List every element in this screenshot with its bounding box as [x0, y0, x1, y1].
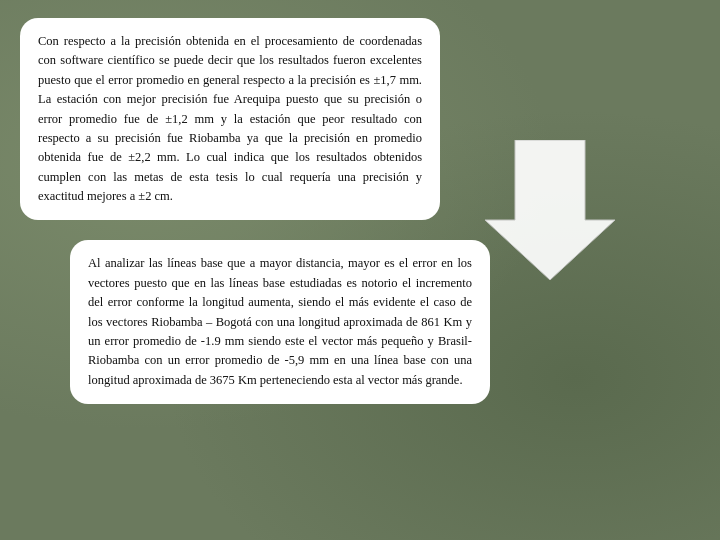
bottom-text-box: Al analizar las líneas base que a mayor …	[70, 240, 490, 404]
down-arrow-icon	[470, 140, 630, 280]
main-container: Con respecto a la precisión obtenida en …	[0, 0, 720, 540]
top-paragraph: Con respecto a la precisión obtenida en …	[38, 32, 422, 206]
arrow-area	[470, 140, 630, 280]
top-text-box: Con respecto a la precisión obtenida en …	[20, 18, 440, 220]
svg-marker-0	[485, 140, 615, 280]
bottom-paragraph: Al analizar las líneas base que a mayor …	[88, 254, 472, 390]
